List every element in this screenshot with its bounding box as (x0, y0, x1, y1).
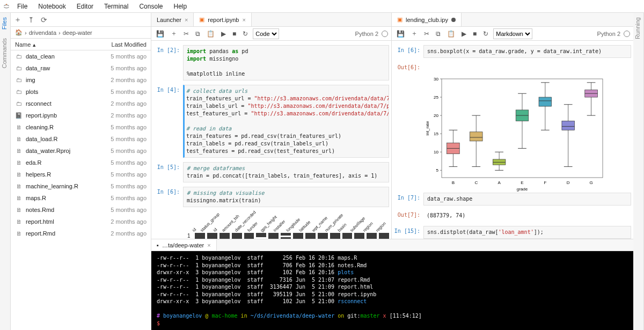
breadcrumb[interactable]: 🏠 › drivendata › deep-water (11, 27, 151, 39)
menu-terminal[interactable]: Terminal (100, 2, 133, 11)
sidetab-commands[interactable]: Commands (0, 34, 10, 72)
copy-icon[interactable]: ⧉ (434, 29, 442, 39)
cell-body[interactable]: data_raw.shape (423, 193, 631, 206)
paste-icon[interactable]: 📋 (205, 29, 216, 39)
code-cell[interactable]: In [15]:sns.distplot(data_raw['loan_amnt… (394, 226, 631, 239)
tab-report-ipynb[interactable]: ▣ report.ipynb × (194, 13, 252, 26)
output-cell[interactable]: Out[6]: (394, 62, 631, 70)
run-icon[interactable]: ▶ (460, 29, 468, 39)
sidetab-files[interactable]: Files (0, 13, 10, 34)
restart-icon[interactable]: ↻ (481, 29, 490, 39)
save-icon[interactable]: 💾 (155, 29, 166, 39)
tab-launcher[interactable]: Launcher × (151, 13, 194, 26)
notebook-body[interactable]: In [6]:sns.boxplot(x = data_raw.grade, y… (392, 41, 633, 239)
notebook-icon: ▣ (199, 16, 204, 23)
center-column: Launcher × ▣ report.ipynb × 💾 ＋ ✂ ⧉ 📋 ▶ (151, 13, 633, 330)
new-folder-icon[interactable]: ＋ (14, 15, 21, 25)
code-cell[interactable]: In [4]:# collect data urls train_feature… (153, 85, 389, 158)
file-row[interactable]: machine_learning.R5 months ago (11, 180, 151, 192)
file-row[interactable]: data_raw5 months ago (11, 62, 151, 74)
code-cell[interactable]: In [6]:# missing data visualise missingn… (153, 187, 389, 207)
cell-body[interactable]: # missing data visualise missingno.matri… (183, 187, 389, 207)
svg-text:20: 20 (434, 113, 438, 118)
file-row[interactable]: data_clean5 months ago (11, 50, 151, 62)
file-name: report.html (26, 218, 54, 225)
kernel-name[interactable]: Python 2 (597, 31, 620, 37)
sidetab-running[interactable]: Running (633, 13, 643, 43)
cell-body[interactable]: import pandas as pd import missingno %ma… (183, 45, 389, 80)
upload-icon[interactable]: ⤒ (28, 16, 34, 24)
cell-type-select[interactable]: Code (253, 28, 279, 39)
add-cell-icon[interactable]: ＋ (409, 28, 419, 39)
nb-icon (15, 112, 23, 119)
terminal-body[interactable]: -rw-r--r-- 1 boyanangelov staff 256 Feb … (151, 251, 633, 330)
cell-body[interactable]: # merge dataframes train = pd.concat([tr… (183, 162, 389, 182)
menu-file[interactable]: File (13, 2, 32, 11)
missingno-output: idstatus_groupidamount_tshdate_recordedf… (183, 211, 389, 239)
cell-type-select[interactable]: Markdown (493, 28, 532, 39)
menu-notebook[interactable]: Notebook (34, 2, 70, 11)
tab-lending-club[interactable]: ▣ lending_club.ipy (392, 13, 462, 26)
file-row[interactable]: notes.Rmd5 months ago (11, 204, 151, 216)
svg-text:int_rate: int_rate (425, 121, 430, 135)
notebook-icon: ▣ (397, 16, 402, 23)
code-cell[interactable]: In [7]:data_raw.shape (394, 193, 631, 206)
file-name: notes.Rmd (26, 207, 54, 213)
file-row[interactable]: helpers.R5 months ago (11, 168, 151, 180)
terminal-tab[interactable]: ▪ …ta/deep-water × (151, 239, 217, 251)
paste-icon[interactable]: 📋 (445, 29, 457, 39)
file-row[interactable]: cleaning.R5 months ago (11, 121, 151, 133)
file-row[interactable]: plots5 months ago (11, 86, 151, 98)
save-icon[interactable]: 💾 (395, 29, 406, 39)
file-icon (15, 124, 23, 130)
file-icon (15, 218, 23, 225)
add-cell-icon[interactable]: ＋ (169, 28, 179, 39)
notebook-body[interactable]: In [2]:import pandas as pd import missin… (151, 41, 391, 239)
breadcrumb-item[interactable]: drivendata (29, 30, 56, 36)
menu-help[interactable]: Help (169, 2, 191, 11)
file-name: cleaning.R (26, 124, 54, 130)
close-icon[interactable]: × (242, 17, 245, 23)
file-row[interactable]: eda.R5 months ago (11, 157, 151, 168)
close-icon[interactable]: × (185, 17, 188, 23)
restart-icon[interactable]: ↻ (241, 29, 250, 39)
cell-body[interactable]: sns.distplot(data_raw['loan_amnt']); (423, 226, 631, 239)
file-list: data_clean5 months agodata_raw5 months a… (11, 50, 151, 330)
stop-icon[interactable]: ■ (471, 29, 478, 39)
cell-body[interactable]: sns.boxplot(x = data_raw.grade, y = data… (423, 45, 631, 58)
kernel-name[interactable]: Python 2 (355, 31, 378, 37)
file-row[interactable]: data_water.Rproj5 months ago (11, 145, 151, 157)
folder-icon (15, 89, 23, 95)
refresh-icon[interactable]: ⟳ (41, 16, 47, 24)
copy-icon[interactable]: ⧉ (194, 29, 202, 39)
breadcrumb-item[interactable]: deep-water (63, 30, 92, 36)
home-icon[interactable]: 🏠 (15, 29, 23, 36)
stop-icon[interactable]: ■ (231, 29, 238, 39)
menu-console[interactable]: Console (135, 2, 167, 11)
file-icon (15, 171, 23, 178)
close-icon[interactable]: × (207, 242, 210, 248)
file-row[interactable]: report.Rmd2 months ago (11, 228, 151, 239)
file-row[interactable]: rsconnect2 months ago (11, 98, 151, 109)
cut-icon[interactable]: ✂ (422, 29, 431, 39)
header-name[interactable]: Name (15, 41, 31, 48)
menu-editor[interactable]: Editor (72, 2, 98, 11)
output-cell[interactable]: Out[7]:(887379, 74) (394, 210, 631, 222)
boxplot-output: 51015202530BCAEFDGgradeint_rate (423, 75, 606, 193)
file-row[interactable]: maps.R5 months ago (11, 192, 151, 204)
file-name: maps.R (26, 195, 46, 201)
svg-text:25: 25 (434, 95, 438, 100)
header-modified[interactable]: Last Modified (112, 41, 147, 48)
code-cell[interactable]: In [6]:sns.boxplot(x = data_raw.grade, y… (394, 45, 631, 58)
file-row[interactable]: report.ipynb2 months ago (11, 109, 151, 121)
file-row[interactable]: data_load.R5 months ago (11, 133, 151, 145)
file-row[interactable]: img2 months ago (11, 74, 151, 86)
code-cell[interactable]: In [2]:import pandas as pd import missin… (153, 45, 389, 80)
file-modified: 2 months ago (111, 112, 147, 119)
file-name: rsconnect (26, 100, 52, 107)
code-cell[interactable]: In [5]:# merge dataframes train = pd.con… (153, 162, 389, 182)
file-row[interactable]: report.html2 months ago (11, 216, 151, 228)
run-icon[interactable]: ▶ (219, 29, 228, 39)
cut-icon[interactable]: ✂ (182, 29, 191, 39)
cell-body[interactable]: # collect data urls train_features_url =… (183, 85, 389, 158)
